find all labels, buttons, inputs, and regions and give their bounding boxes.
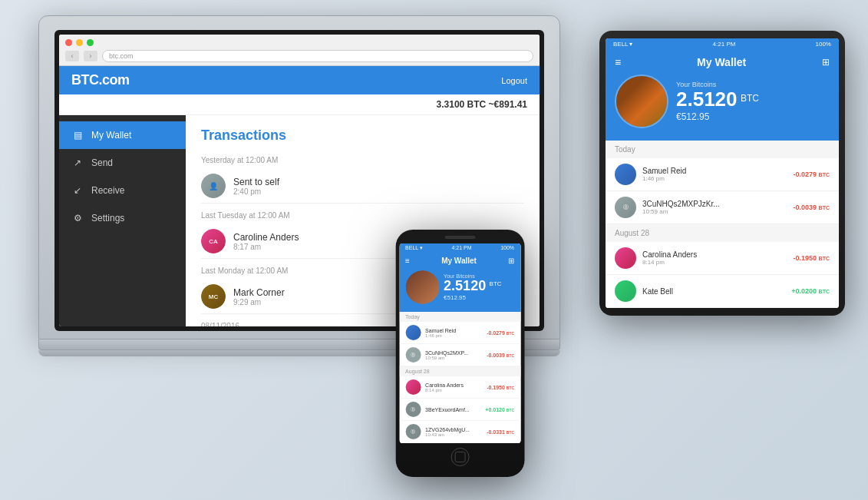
phone-tx-item[interactable]: Samuel Reid 1:46 pm -0.0279 BTC (399, 322, 520, 344)
phone-tx-info: Carolina Anders 8:14 pm (425, 382, 482, 392)
phone-tx-amount: -0.0039 BTC (487, 353, 514, 358)
tablet-tx-name: 3CuNHQs2MXPJzKr... (642, 200, 787, 208)
phone-tx-item[interactable]: Ⓑ 1ZVG264vbMgU... 10:43 am -0.0331 BTC (399, 421, 520, 443)
phone-time: 4:21 PM (452, 245, 472, 251)
app-header: BTC.com Logout (59, 66, 540, 94)
phone-tx-date-today: Today (399, 312, 520, 322)
phone-tx-name: Carolina Anders (425, 382, 482, 388)
date-label-2: Last Tuesday at 12:00 AM (201, 211, 524, 220)
tablet-tx-item[interactable]: Ⓑ 3CuNHQs2MXPJzKr... 10:59 am -0.0039 BT… (606, 191, 839, 224)
tablet-btc-display: 2.5120 BTC (676, 88, 830, 111)
send-icon: ↗ (71, 157, 84, 168)
phone-avatar (405, 270, 439, 304)
tx-time: 2:40 pm (233, 187, 524, 196)
qr-icon[interactable]: ⊞ (822, 57, 830, 68)
sidebar-item-send[interactable]: ↗ Send (59, 149, 186, 177)
browser-forward-button[interactable]: › (84, 51, 97, 61)
balance-bar: 3.3100 BTC ~€891.41 (59, 94, 540, 115)
tablet-tx-amount: +0.0200 BTC (791, 287, 830, 295)
tablet-carrier: BELL ▾ (613, 41, 633, 48)
sidebar-item-receive[interactable]: ↙ Receive (59, 177, 186, 204)
phone-tx-name: 1ZVG264vbMgU... (425, 427, 482, 432)
phone-btc-amount: 2.5120 (444, 278, 486, 293)
phone-speaker (444, 236, 475, 239)
tablet-tx-info: Carolina Anders 8:14 pm (642, 250, 787, 266)
tablet-wallet-section: Your Bitcoins 2.5120 BTC €512.95 (606, 75, 839, 141)
phone-battery: 100% (500, 245, 514, 251)
tablet-btc-amount: 2.5120 (676, 88, 738, 111)
browser-address-bar[interactable]: btc.com (102, 50, 533, 62)
sidebar-item-settings[interactable]: ⚙ Settings (59, 204, 186, 232)
sidebar-send-label: Send (91, 157, 113, 168)
tablet-btc-unit: BTC (741, 92, 759, 103)
date-label-1: Yesterday at 12:00 AM (201, 156, 524, 164)
phone-qr-icon[interactable]: ⊞ (508, 257, 514, 265)
phone-tx-time: 10:59 am (425, 356, 482, 360)
phone-carrier: BELL ▾ (405, 245, 423, 251)
phone-balance-info: Your Bitcoins 2.5120 BTC €512.95 (444, 273, 514, 301)
browser-dot-close[interactable] (65, 39, 72, 46)
phone-tx-item[interactable]: Ⓑ 3CuNHQs2MXP... 10:59 am -0.0039 BTC (399, 344, 520, 366)
tablet-tx-item[interactable]: Kate Bell +0.0200 BTC (606, 275, 839, 308)
tablet-title: My Wallet (697, 56, 746, 68)
phone-avatar-carolina (405, 379, 421, 395)
tablet-header: ≡ My Wallet ⊞ (606, 50, 839, 75)
avatar: MC (201, 284, 226, 309)
phone-screen: BELL ▾ 4:21 PM 100% ≡ My Wallet ⊞ Yo (399, 243, 520, 443)
phone-wallet-section: Your Bitcoins 2.5120 BTC €512.95 (399, 269, 520, 312)
browser-dot-minimize[interactable] (76, 39, 83, 46)
tablet-avatar-addr: Ⓑ (615, 197, 636, 218)
phone-tx-name: 3CuNHQs2MXP... (425, 350, 482, 356)
tx-item[interactable]: 👤 Sent to self 2:40 pm (201, 169, 524, 204)
menu-icon[interactable]: ≡ (615, 56, 621, 68)
tablet-tx-info: 3CuNHQs2MXPJzKr... 10:59 am (642, 200, 787, 215)
scene: ‹ › btc.com BTC.com Logout 3.3100 BT (0, 0, 868, 500)
browser-back-button[interactable]: ‹ (65, 51, 79, 61)
phone-status-bar: BELL ▾ 4:21 PM 100% (399, 243, 520, 253)
phone-tx-time: 10:43 am (425, 432, 482, 437)
tx-name: Sent to self (233, 177, 524, 187)
phone-tx-item[interactable]: Ⓑ 3BeYExuordAmf... +0.0120 BTC (399, 399, 520, 421)
browser-dot-fullscreen[interactable] (87, 39, 94, 46)
phone-header: ≡ My Wallet ⊞ (399, 253, 520, 269)
tablet-tx-time: 10:59 am (642, 208, 787, 215)
tablet-tx-item[interactable]: Samuel Reid 1:46 pm -0.0279 BTC (606, 158, 839, 191)
tablet-tx-date-today: Today (606, 141, 839, 158)
tablet-tx-item[interactable]: Carolina Anders 8:14 pm -0.1950 BTC (606, 242, 839, 275)
tablet-balance-info: Your Bitcoins 2.5120 BTC €512.95 (676, 81, 830, 123)
avatar: CA (201, 229, 226, 253)
phone-tx-name: 3BeYExuordAmf... (425, 407, 480, 412)
tablet-avatar-kate (615, 280, 636, 302)
phone-tx-info: 1ZVG264vbMgU... 10:43 am (425, 427, 482, 437)
phone-btc-unit: BTC (490, 280, 502, 287)
sidebar-item-wallet[interactable]: ▤ My Wallet (59, 121, 186, 149)
phone-tx-amount: +0.0120 BTC (485, 407, 514, 412)
tablet-eur-amount: €512.95 (676, 111, 830, 122)
phone-tx-info: 3CuNHQs2MXP... 10:59 am (425, 350, 482, 360)
browser-url: btc.com (109, 52, 134, 60)
transactions-title: Transactions (201, 127, 524, 144)
tablet-avatar-samuel (615, 164, 636, 185)
tablet-tx-amount: -0.0039 BTC (794, 204, 830, 211)
phone-home-button[interactable] (451, 448, 469, 466)
phone-tx-time: 8:14 pm (425, 388, 482, 392)
phone-tx-list: Today Samuel Reid 1:46 pm -0.0279 BTC Ⓑ … (399, 312, 520, 443)
tablet-tx-time: 8:14 pm (642, 259, 787, 266)
tablet-time: 4:21 PM (713, 41, 736, 48)
phone-eur-amount: €512.95 (444, 294, 514, 301)
avatar: 👤 (201, 174, 226, 198)
phone-tx-item[interactable]: Carolina Anders 8:14 pm -0.1950 BTC (399, 376, 520, 399)
tablet-tx-info: Kate Bell (642, 287, 785, 296)
phone-tx-date-aug28: August 28 (399, 366, 520, 376)
tablet: BELL ▾ 4:21 PM 100% ≡ My Wallet ⊞ Yo (599, 31, 845, 316)
phone-avatar-addr3: Ⓑ (405, 424, 421, 439)
tablet-avatar-carolina (615, 247, 636, 269)
phone-tx-amount: -0.1950 BTC (487, 385, 514, 390)
tablet-avatar (615, 75, 668, 128)
phone-tx-amount: -0.0331 BTC (487, 429, 514, 435)
tablet-tx-name: Samuel Reid (642, 167, 787, 175)
tablet-tx-date-aug28: August 28 (606, 224, 839, 242)
logout-button[interactable]: Logout (501, 76, 527, 85)
phone-avatar-addr2: Ⓑ (405, 402, 421, 417)
tablet-tx-name: Kate Bell (642, 287, 785, 296)
